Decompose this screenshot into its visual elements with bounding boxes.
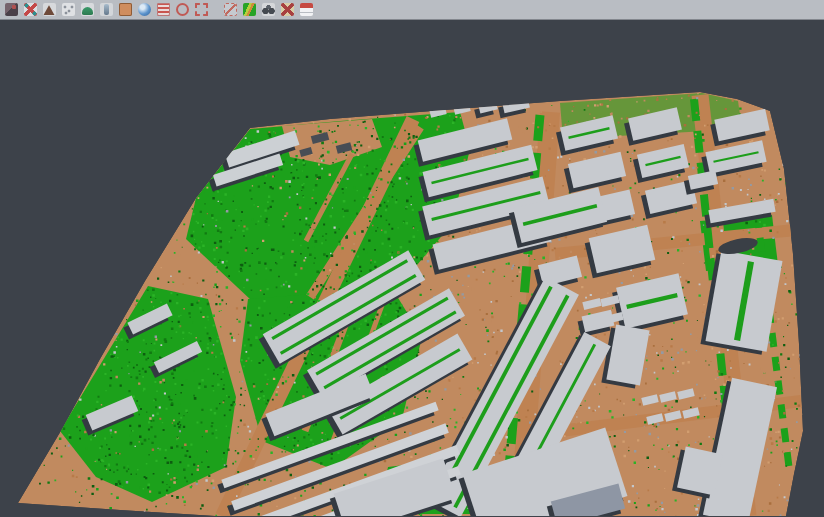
point-cloud-icon [62,3,75,16]
circle-select-button[interactable] [174,2,190,18]
building-class-button[interactable] [98,2,114,18]
globe-view-icon [138,3,151,16]
cross-section-button[interactable] [22,2,38,18]
segment-classify-button[interactable] [3,2,19,18]
profile-lines-icon [157,3,170,16]
rectangle-select-icon [195,3,208,16]
vegetation-class-button[interactable] [79,2,95,18]
cross-section-icon [24,3,37,16]
classification-palette-button[interactable] [241,2,257,18]
rectangle-select-button[interactable] [193,2,209,18]
classification-palette-icon [243,3,256,16]
application-window [0,0,824,517]
clear-marks-icon [281,3,294,16]
toolbar-separator [212,2,219,18]
terrain-model-icon [43,3,56,16]
ground-class-button[interactable] [117,2,133,18]
ground-class-icon [119,3,132,16]
clear-marks-button[interactable] [279,2,295,18]
viewport-3d[interactable] [0,20,824,516]
building-class-icon [100,3,113,16]
circle-select-icon [176,3,189,16]
binoculars-icon [262,3,275,16]
clip-box-icon [224,3,237,16]
layers-red-button[interactable] [298,2,314,18]
toolbar [0,0,824,20]
clip-box-button[interactable] [222,2,238,18]
vegetation-class-icon [81,3,94,16]
terrain-model-button[interactable] [41,2,57,18]
globe-view-button[interactable] [136,2,152,18]
profile-lines-button[interactable] [155,2,171,18]
point-cloud-scene [0,20,824,516]
point-cloud-button[interactable] [60,2,76,18]
segment-classify-icon [5,3,18,16]
binoculars-button[interactable] [260,2,276,18]
layers-red-icon [300,3,313,16]
